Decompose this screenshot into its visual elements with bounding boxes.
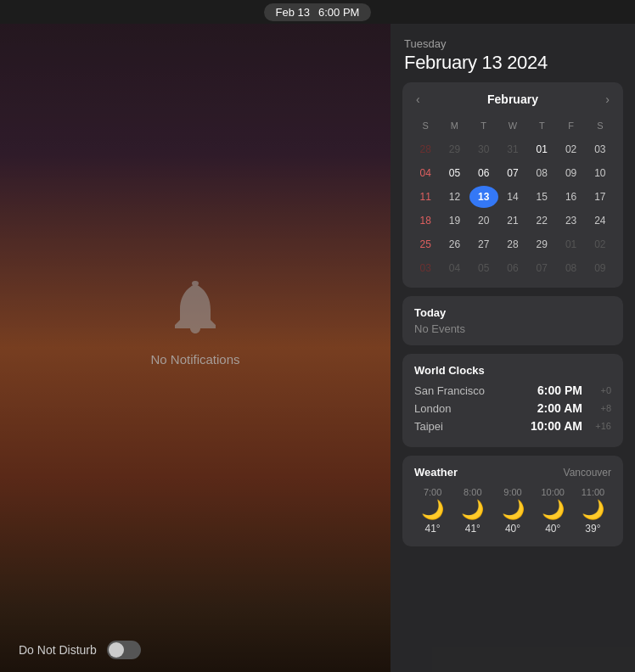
weather-hour: 9:00 🌙 40° (494, 487, 531, 535)
calendar-day[interactable]: 08 (527, 162, 556, 184)
top-bar-date: Feb 13 (276, 6, 310, 19)
clocks-title: World Clocks (414, 364, 611, 377)
calendar-day[interactable]: 08 (556, 257, 585, 279)
cal-header-thu: T (527, 115, 556, 137)
full-date: February 13 2024 (404, 52, 621, 74)
calendar-day[interactable]: 10 (586, 162, 615, 184)
date-header: Tuesday February 13 2024 (402, 37, 623, 74)
calendar-day[interactable]: 04 (440, 257, 469, 279)
calendar-day[interactable]: 12 (440, 186, 469, 208)
cal-next-button[interactable]: › (600, 91, 615, 108)
main-container: No Notifications Do Not Disturb Tuesday … (0, 24, 635, 672)
clock-time: 2:00 AM (537, 401, 582, 415)
dnd-toggle[interactable] (107, 641, 141, 659)
left-panel: No Notifications Do Not Disturb (0, 24, 391, 672)
calendar-day[interactable]: 17 (586, 186, 615, 208)
calendar-day[interactable]: 31 (498, 138, 527, 160)
moon-icon: 🌙 (582, 501, 604, 519)
hour-temp: 39° (585, 523, 600, 535)
calendar-day[interactable]: 01 (556, 233, 585, 255)
calendar-day[interactable]: 02 (556, 138, 585, 160)
no-notifications-label: No Notifications (150, 352, 239, 367)
calendar-day[interactable]: 15 (527, 186, 556, 208)
clock-city: San Francisco (414, 384, 537, 397)
calendar-day[interactable]: 09 (586, 257, 615, 279)
calendar-day[interactable]: 16 (556, 186, 585, 208)
cal-header-fri: F (556, 115, 585, 137)
clock-row: San Francisco 6:00 PM +0 (414, 384, 611, 397)
calendar-widget: ‹ February › S M T W T F S 2829303101020… (402, 82, 623, 288)
calendar-day[interactable]: 28 (411, 138, 440, 160)
cal-header-sat: S (586, 115, 615, 137)
calendar-day[interactable]: 23 (556, 210, 585, 232)
svg-rect-0 (192, 281, 199, 286)
calendar-week-row: 11121314151617 (411, 186, 615, 208)
top-bar: Feb 13 6:00 PM (0, 0, 635, 24)
dnd-label: Do Not Disturb (19, 643, 97, 657)
calendar-day[interactable]: 07 (498, 162, 527, 184)
calendar-day[interactable]: 02 (586, 233, 615, 255)
calendar-header-row: S M T W T F S (411, 115, 615, 137)
calendar-day[interactable]: 21 (498, 210, 527, 232)
cal-header-sun: S (411, 115, 440, 137)
cal-header-tue: T (469, 115, 498, 137)
calendar-day[interactable]: 20 (469, 210, 498, 232)
calendar-day[interactable]: 03 (586, 138, 615, 160)
dnd-bar: Do Not Disturb (0, 628, 391, 672)
hour-temp: 40° (545, 523, 560, 535)
weather-location: Vancouver (564, 467, 611, 479)
calendar-day[interactable]: 13 (469, 186, 498, 208)
clock-row: London 2:00 AM +8 (414, 401, 611, 415)
calendar-day[interactable]: 05 (440, 162, 469, 184)
notifications-area: No Notifications (0, 24, 391, 672)
clocks-widget: World Clocks San Francisco 6:00 PM +0 Lo… (402, 354, 623, 447)
top-bar-time: 6:00 PM (318, 6, 359, 19)
hour-label: 10:00 (541, 487, 565, 497)
calendar-week-row: 18192021222324 (411, 210, 615, 232)
weather-header: Weather Vancouver (414, 466, 611, 479)
calendar-day[interactable]: 25 (411, 233, 440, 255)
top-bar-pill: Feb 13 6:00 PM (264, 3, 372, 21)
calendar-day[interactable]: 01 (527, 138, 556, 160)
dnd-toggle-knob (109, 642, 124, 658)
bell-icon (168, 279, 222, 340)
calendar-week-row: 03040506070809 (411, 257, 615, 279)
calendar-day[interactable]: 07 (527, 257, 556, 279)
calendar-day[interactable]: 11 (411, 186, 440, 208)
clock-city: London (414, 402, 537, 415)
hour-temp: 41° (425, 523, 441, 535)
calendar-day[interactable]: 05 (469, 257, 498, 279)
no-events-label: No Events (414, 322, 611, 335)
calendar-day[interactable]: 28 (498, 233, 527, 255)
calendar-day[interactable]: 04 (411, 162, 440, 184)
calendar-day[interactable]: 14 (498, 186, 527, 208)
moon-icon: 🌙 (502, 501, 525, 519)
calendar-day[interactable]: 06 (469, 162, 498, 184)
calendar-day[interactable]: 27 (469, 233, 498, 255)
calendar-day[interactable]: 09 (556, 162, 585, 184)
clocks-list: San Francisco 6:00 PM +0 London 2:00 AM … (414, 384, 611, 433)
calendar-week-row: 28293031010203 (411, 138, 615, 160)
calendar-grid: S M T W T F S 28293031010203040506070809… (411, 115, 615, 279)
calendar-day[interactable]: 29 (440, 138, 469, 160)
calendar-day[interactable]: 24 (586, 210, 615, 232)
calendar-day[interactable]: 22 (527, 210, 556, 232)
clock-city: Taipei (414, 420, 531, 433)
clock-offset: +8 (587, 403, 611, 413)
weather-title: Weather (414, 466, 458, 479)
calendar-day[interactable]: 03 (411, 257, 440, 279)
calendar-day[interactable]: 29 (527, 233, 556, 255)
calendar-day[interactable]: 06 (498, 257, 527, 279)
calendar-day[interactable]: 26 (440, 233, 469, 255)
clock-row: Taipei 10:00 AM +16 (414, 419, 611, 433)
calendar-day[interactable]: 30 (469, 138, 498, 160)
calendar-week-row: 25262728290102 (411, 233, 615, 255)
cal-prev-button[interactable]: ‹ (411, 91, 425, 108)
hour-label: 7:00 (424, 487, 441, 497)
calendar-day[interactable]: 18 (411, 210, 440, 232)
weather-hour: 8:00 🌙 41° (454, 487, 491, 535)
day-label: Tuesday (404, 37, 621, 50)
hour-temp: 40° (505, 523, 520, 535)
calendar-day[interactable]: 19 (440, 210, 469, 232)
clock-offset: +16 (587, 421, 611, 431)
